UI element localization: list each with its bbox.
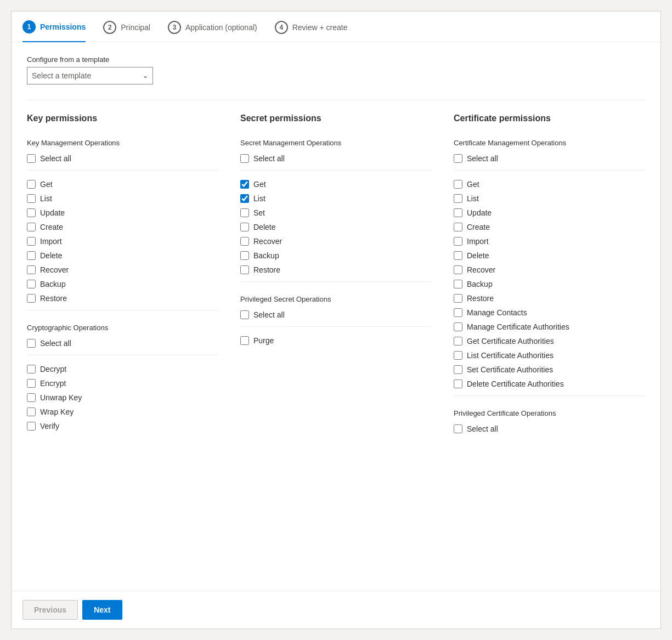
key-get-label[interactable]: Get <box>40 180 53 189</box>
cert-backup-checkbox[interactable] <box>454 280 462 288</box>
key-verify-checkbox[interactable] <box>27 422 36 431</box>
cert-restore-item: Restore <box>454 291 645 305</box>
secret-restore-label[interactable]: Restore <box>253 265 280 274</box>
secret-set-checkbox[interactable] <box>240 208 249 217</box>
cert-select-all-label[interactable]: Select all <box>467 154 498 163</box>
cert-restore-label[interactable]: Restore <box>467 294 494 303</box>
key-restore-label[interactable]: Restore <box>40 294 67 303</box>
key-update-checkbox[interactable] <box>27 208 36 217</box>
secret-set-label[interactable]: Set <box>253 208 265 217</box>
secret-purge-checkbox[interactable] <box>240 336 249 345</box>
secret-get-label[interactable]: Get <box>253 180 266 189</box>
key-create-checkbox[interactable] <box>27 223 36 231</box>
cert-manage-ca-label[interactable]: Manage Certificate Authorities <box>467 322 569 331</box>
secret-list-checkbox[interactable] <box>240 194 249 203</box>
secret-select-all-checkbox[interactable] <box>240 154 249 163</box>
cert-manage-contacts-label[interactable]: Manage Contacts <box>467 308 527 317</box>
key-delete-label[interactable]: Delete <box>40 251 62 260</box>
cert-delete-label[interactable]: Delete <box>467 251 489 260</box>
key-management-operations-title: Key Management Operations <box>27 139 218 147</box>
key-unwrap-label[interactable]: Unwrap Key <box>40 393 82 402</box>
key-backup-label[interactable]: Backup <box>40 280 66 288</box>
key-encrypt-label[interactable]: Encrypt <box>40 379 66 388</box>
cert-delete-ca-checkbox[interactable] <box>454 380 462 388</box>
next-button[interactable]: Next <box>82 600 122 620</box>
secret-list-label[interactable]: List <box>253 194 266 203</box>
cert-get-label[interactable]: Get <box>467 180 479 189</box>
cert-recover-label[interactable]: Recover <box>467 265 495 274</box>
template-select-wrapper[interactable]: Select a template ⌄ <box>27 67 153 84</box>
secret-delete-checkbox[interactable] <box>240 223 249 231</box>
key-recover-checkbox[interactable] <box>27 265 36 274</box>
key-encrypt-item: Encrypt <box>27 376 218 390</box>
cert-list-checkbox[interactable] <box>454 194 462 203</box>
key-import-label[interactable]: Import <box>40 237 62 246</box>
key-select-all-checkbox[interactable] <box>27 154 36 163</box>
key-wrap-label[interactable]: Wrap Key <box>40 407 74 416</box>
secret-backup-label[interactable]: Backup <box>253 251 279 260</box>
key-crypto-select-all-checkbox[interactable] <box>27 339 36 348</box>
cert-update-label[interactable]: Update <box>467 208 492 217</box>
cert-import-label[interactable]: Import <box>467 237 489 246</box>
cert-create-label[interactable]: Create <box>467 223 490 231</box>
cert-list-ca-checkbox[interactable] <box>454 351 462 360</box>
secret-backup-checkbox[interactable] <box>240 251 249 260</box>
wizard-step-review[interactable]: 4 Review + create <box>275 21 348 42</box>
cert-backup-label[interactable]: Backup <box>467 280 493 288</box>
certificate-management-operations-title: Certificate Management Operations <box>454 139 645 147</box>
cert-list-ca-item: List Certificate Authorities <box>454 348 645 363</box>
key-delete-checkbox[interactable] <box>27 251 36 260</box>
key-list-label[interactable]: List <box>40 194 52 203</box>
secret-priv-select-all-label[interactable]: Select all <box>253 310 285 319</box>
secret-purge-label[interactable]: Purge <box>253 336 274 345</box>
template-select[interactable]: Select a template <box>32 71 148 80</box>
key-recover-label[interactable]: Recover <box>40 265 69 274</box>
cert-import-checkbox[interactable] <box>454 237 462 246</box>
secret-recover-label[interactable]: Recover <box>253 237 282 246</box>
cert-manage-contacts-checkbox[interactable] <box>454 308 462 317</box>
key-encrypt-checkbox[interactable] <box>27 379 36 388</box>
secret-get-checkbox[interactable] <box>240 180 249 189</box>
cert-recover-checkbox[interactable] <box>454 265 462 274</box>
cert-set-ca-label[interactable]: Set Certificate Authorities <box>467 365 553 374</box>
cert-priv-select-all-checkbox[interactable] <box>454 424 462 433</box>
cert-select-all-checkbox[interactable] <box>454 154 462 163</box>
secret-priv-select-all-checkbox[interactable] <box>240 310 249 319</box>
wizard-step-principal[interactable]: 2 Principal <box>103 21 150 42</box>
secret-recover-checkbox[interactable] <box>240 237 249 246</box>
key-import-checkbox[interactable] <box>27 237 36 246</box>
previous-button[interactable]: Previous <box>22 600 78 620</box>
key-restore-checkbox[interactable] <box>27 294 36 303</box>
cert-delete-checkbox[interactable] <box>454 251 462 260</box>
cert-restore-checkbox[interactable] <box>454 294 462 303</box>
key-decrypt-label[interactable]: Decrypt <box>40 365 66 373</box>
cert-list-label[interactable]: List <box>467 194 479 203</box>
wizard-step-permissions[interactable]: 1 Permissions <box>22 20 86 42</box>
key-create-label[interactable]: Create <box>40 223 63 231</box>
cert-get-ca-label[interactable]: Get Certificate Authorities <box>467 337 554 346</box>
cert-get-ca-checkbox[interactable] <box>454 337 462 346</box>
cert-delete-ca-label[interactable]: Delete Certificate Authorities <box>467 380 564 388</box>
cert-set-ca-checkbox[interactable] <box>454 365 462 374</box>
cert-manage-ca-checkbox[interactable] <box>454 322 462 331</box>
cert-list-ca-label[interactable]: List Certificate Authorities <box>467 351 554 360</box>
key-select-all-label[interactable]: Select all <box>40 154 71 163</box>
key-update-label[interactable]: Update <box>40 208 65 217</box>
cert-update-checkbox[interactable] <box>454 208 462 217</box>
key-import-item: Import <box>27 234 218 248</box>
key-backup-checkbox[interactable] <box>27 280 36 288</box>
key-get-checkbox[interactable] <box>27 180 36 189</box>
key-verify-label[interactable]: Verify <box>40 422 59 431</box>
key-list-checkbox[interactable] <box>27 194 36 203</box>
cert-get-checkbox[interactable] <box>454 180 462 189</box>
key-unwrap-checkbox[interactable] <box>27 393 36 402</box>
cert-priv-select-all-label[interactable]: Select all <box>467 424 498 433</box>
secret-select-all-label[interactable]: Select all <box>253 154 285 163</box>
secret-delete-label[interactable]: Delete <box>253 223 275 231</box>
secret-restore-checkbox[interactable] <box>240 265 249 274</box>
wizard-step-application[interactable]: 3 Application (optional) <box>168 21 257 42</box>
key-wrap-checkbox[interactable] <box>27 407 36 416</box>
key-crypto-select-all-label[interactable]: Select all <box>40 339 71 348</box>
key-decrypt-checkbox[interactable] <box>27 365 36 373</box>
cert-create-checkbox[interactable] <box>454 223 462 231</box>
